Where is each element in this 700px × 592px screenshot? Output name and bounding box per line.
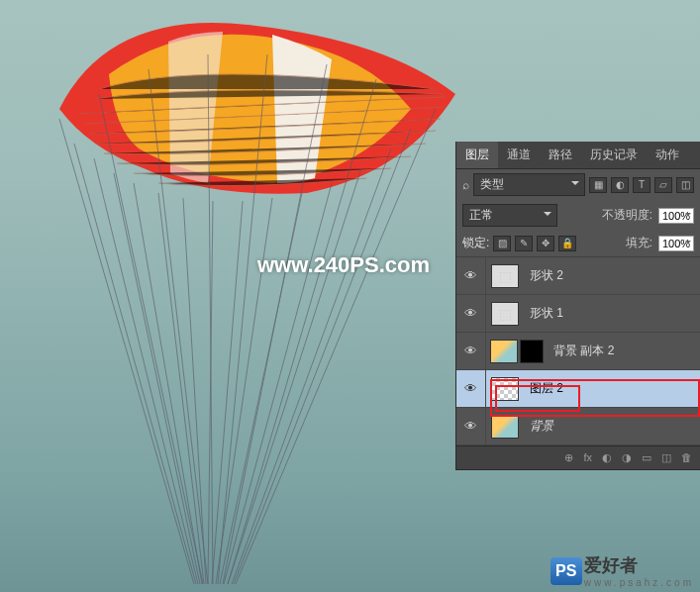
filter-row: ⌕ 类型 ▦ ◐ T ▱ ◫ [456, 169, 700, 200]
layer-mask-thumb [520, 340, 544, 363]
lock-row: 锁定: ▨ ✎ ✥ 🔒 填充: 100% [456, 231, 700, 257]
visibility-icon[interactable]: 👁 [456, 333, 486, 369]
layer-row[interactable]: 👁 背景 副本 2 [456, 333, 700, 370]
layer-row[interactable]: 👁 ⬚ 形状 2 [456, 257, 700, 295]
site-logo: PS 爱好者 www.psahz.com [550, 553, 694, 588]
link-layers-icon[interactable]: ⊕ [564, 451, 573, 464]
layer-row[interactable]: 👁 背景 [456, 408, 700, 445]
filter-adjust-icon[interactable]: ◐ [611, 177, 629, 193]
mask-icon[interactable]: ◐ [602, 451, 612, 464]
visibility-icon[interactable]: 👁 [456, 295, 486, 332]
layers-panel: 图层 通道 路径 历史记录 动作 ⌕ 类型 ▦ ◐ T ▱ ◫ 正常 不透明度:… [455, 142, 700, 470]
layer-list: 👁 ⬚ 形状 2 👁 ⬚ 形状 1 👁 背景 副本 2 👁 图层 2 👁 背景 [456, 257, 700, 445]
group-icon[interactable]: ▭ [642, 451, 651, 464]
tab-layers[interactable]: 图层 [456, 142, 498, 168]
filter-pixel-icon[interactable]: ▦ [589, 177, 607, 193]
svg-line-4 [158, 193, 204, 584]
visibility-icon[interactable]: 👁 [456, 408, 486, 444]
panel-footer: ⊕ fx ◐ ◑ ▭ ◫ 🗑 [456, 445, 700, 469]
fx-icon[interactable]: fx [583, 451, 592, 464]
tab-history[interactable]: 历史记录 [581, 142, 647, 168]
shape-thumb-icon: ⬚ [491, 264, 519, 288]
panel-tabs: 图层 通道 路径 历史记录 动作 [456, 142, 700, 169]
opacity-input[interactable]: 100% [658, 208, 694, 224]
layer-row[interactable]: 👁 ⬚ 形状 1 [456, 295, 700, 333]
svg-line-14 [236, 109, 436, 584]
svg-line-15 [59, 119, 194, 584]
delete-icon[interactable]: 🗑 [681, 451, 692, 464]
search-icon: ⌕ [462, 178, 469, 192]
fill-input[interactable]: 100% [658, 236, 694, 251]
tab-channels[interactable]: 通道 [498, 142, 540, 168]
layer-name[interactable]: 图层 2 [524, 380, 700, 397]
blend-row: 正常 不透明度: 100% [456, 200, 700, 231]
svg-line-16 [99, 94, 203, 584]
layer-thumb [490, 340, 518, 363]
site-url: www.psahz.com [584, 577, 694, 588]
svg-line-5 [183, 198, 206, 584]
svg-line-19 [218, 54, 267, 584]
watermark-text: www.240PS.com [257, 252, 430, 278]
svg-line-0 [74, 144, 196, 584]
layer-name[interactable]: 背景 副本 2 [548, 343, 700, 359]
lock-transparent-icon[interactable]: ▨ [493, 236, 511, 251]
svg-line-1 [94, 158, 198, 584]
layer-row-selected[interactable]: 👁 图层 2 [456, 370, 700, 408]
visibility-icon[interactable]: 👁 [456, 370, 486, 407]
lock-all-icon[interactable]: 🔒 [558, 236, 576, 251]
svg-line-10 [224, 183, 332, 584]
svg-line-2 [114, 173, 200, 584]
layer-thumb [491, 415, 519, 439]
filter-type-icon[interactable]: T [633, 177, 650, 193]
adjustment-icon[interactable]: ◑ [622, 451, 632, 464]
new-layer-icon[interactable]: ◫ [661, 451, 671, 464]
svg-line-11 [228, 168, 361, 584]
blend-mode-select[interactable]: 正常 [462, 204, 557, 227]
layer-name[interactable]: 形状 2 [524, 267, 700, 284]
site-name: 爱好者 [584, 553, 694, 577]
svg-line-13 [234, 129, 411, 584]
shape-thumb-icon: ⬚ [491, 302, 519, 326]
layer-thumb [491, 377, 519, 401]
layer-name[interactable]: 形状 1 [524, 305, 700, 322]
layer-name[interactable]: 背景 [524, 418, 700, 435]
filter-kind-select[interactable]: 类型 [473, 173, 585, 196]
filter-smart-icon[interactable]: ◫ [676, 177, 694, 193]
tab-paths[interactable]: 路径 [540, 142, 581, 168]
ps-logo-icon: PS [550, 557, 582, 585]
visibility-icon[interactable]: 👁 [456, 257, 486, 294]
lock-pixels-icon[interactable]: ✎ [515, 236, 533, 251]
svg-line-7 [212, 201, 243, 584]
svg-line-12 [232, 148, 391, 584]
svg-line-3 [134, 183, 202, 584]
opacity-label: 不透明度: [602, 207, 652, 224]
svg-line-21 [228, 79, 376, 584]
fill-label: 填充: [626, 235, 652, 251]
tab-actions[interactable]: 动作 [647, 142, 688, 168]
lock-position-icon[interactable]: ✥ [537, 236, 554, 251]
svg-line-17 [149, 69, 208, 584]
lock-label: 锁定: [462, 235, 489, 251]
filter-shape-icon[interactable]: ▱ [654, 177, 672, 193]
